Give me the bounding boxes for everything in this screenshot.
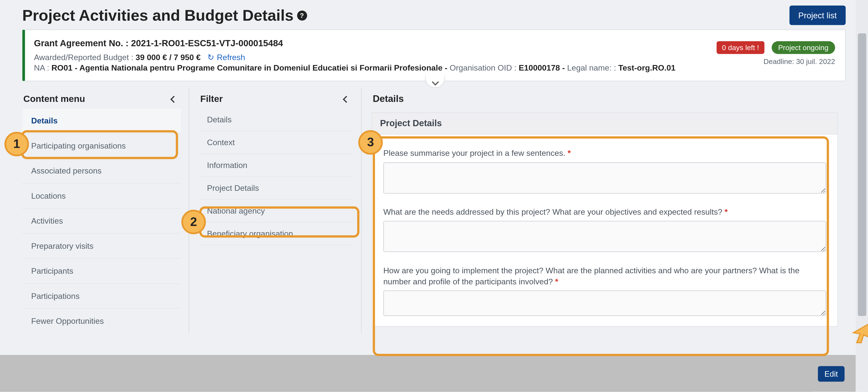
content-menu-header: Content menu	[22, 90, 181, 109]
expand-info-button[interactable]	[425, 76, 445, 88]
required-asterisk: *	[568, 149, 571, 157]
grant-info-card: Grant Agreement No. : 2021-1-RO01-ESC51-…	[22, 29, 846, 81]
details-pane-title: Details	[372, 90, 838, 112]
oid-label: Organisation OID :	[450, 63, 519, 72]
content-menu-item-locations[interactable]: Locations	[22, 184, 181, 208]
filter-item-national-agency[interactable]: National agency	[199, 200, 353, 222]
content-menu-item-participations[interactable]: Participations	[22, 284, 181, 309]
label-needs: What are the needs addressed by this pro…	[383, 207, 826, 218]
content-menu-column: Content menu Details Participating organ…	[22, 88, 189, 333]
footer-bar	[0, 355, 856, 392]
label-implement-text: How are you going to implement the proje…	[383, 266, 799, 286]
legal-name-label: Legal name: :	[567, 63, 618, 72]
grant-label: Grant Agreement No. :	[34, 38, 131, 48]
filter-item-details[interactable]: Details	[199, 109, 353, 131]
content-menu-item-details[interactable]: Details	[22, 109, 181, 133]
filter-column: Filter Details Context Information Proje…	[189, 88, 362, 333]
content-menu-item-fewer-opportunities[interactable]: Fewer Opportunities	[22, 309, 181, 333]
collapse-filter-icon[interactable]	[344, 93, 349, 104]
oid-value: E10000178 -	[519, 63, 567, 72]
form-group-needs: What are the needs addressed by this pro…	[383, 207, 826, 254]
label-summary: Please summarise your project in a few s…	[383, 148, 826, 159]
textarea-needs[interactable]	[383, 221, 826, 252]
label-summary-text: Please summarise your project in a few s…	[383, 149, 565, 157]
filter-item-information[interactable]: Information	[199, 154, 353, 177]
budget-line: Awarded/Reported Budget : 39 000 € / 7 9…	[34, 53, 835, 62]
scrollbar-thumb[interactable]	[858, 33, 866, 316]
label-implement: How are you going to implement the proje…	[383, 265, 826, 287]
content-menu-list: Details Participating organisations Asso…	[22, 109, 181, 333]
collapse-content-menu-icon[interactable]	[172, 93, 176, 104]
filter-title: Filter	[200, 93, 223, 104]
textarea-implement[interactable]	[383, 291, 826, 316]
grant-agreement-line: Grant Agreement No. : 2021-1-RO01-ESC51-…	[34, 38, 835, 49]
project-list-button[interactable]: Project list	[789, 5, 846, 25]
required-asterisk: *	[724, 207, 728, 216]
status-block: 0 days left ! Project ongoing Deadline: …	[716, 41, 835, 66]
content-menu-title: Content menu	[24, 93, 85, 104]
na-label: NA :	[34, 63, 51, 72]
help-icon[interactable]: ?	[297, 10, 307, 20]
annotation-number-1: 1	[4, 132, 29, 156]
svg-marker-0	[854, 324, 868, 343]
main-columns: Content menu Details Participating organ…	[0, 88, 868, 333]
required-asterisk: *	[555, 277, 558, 286]
content-menu-item-activities[interactable]: Activities	[22, 209, 181, 234]
annotation-number-3: 3	[358, 130, 383, 155]
deadline-text: Deadline: 30 juil. 2022	[716, 57, 835, 66]
filter-item-project-details[interactable]: Project Details	[199, 177, 353, 200]
label-needs-text: What are the needs addressed by this pro…	[383, 207, 722, 216]
project-details-section-header: Project Details	[372, 112, 838, 134]
content-menu-item-preparatory-visits[interactable]: Preparatory visits	[22, 234, 181, 259]
filter-list: Details Context Information Project Deta…	[199, 109, 353, 245]
na-value: RO01 - Agentia Nationala pentru Programe…	[51, 63, 450, 72]
textarea-summary[interactable]	[383, 162, 826, 193]
annotation-number-2: 2	[181, 210, 206, 234]
chevron-down-icon	[433, 77, 437, 87]
edit-button[interactable]: Edit	[818, 366, 844, 382]
filter-item-context[interactable]: Context	[199, 131, 353, 154]
grant-number: 2021-1-RO01-ESC51-VTJ-000015484	[131, 38, 283, 48]
budget-value: 39 000 € / 7 950 €	[135, 53, 200, 62]
project-details-form: Please summarise your project in a few s…	[372, 135, 838, 327]
page-title: Project Activities and Budget Details ?	[22, 6, 307, 24]
days-left-badge: 0 days left !	[716, 41, 765, 54]
content-menu-item-associated-persons[interactable]: Associated persons	[22, 159, 181, 184]
form-group-implement: How are you going to implement the proje…	[383, 265, 826, 318]
content-menu-item-participating-organisations[interactable]: Participating organisations	[22, 133, 181, 158]
legal-name-value: Test-org.RO.01	[618, 63, 675, 72]
details-pane: Details Project Details Please summarise…	[362, 88, 846, 333]
page-title-text: Project Activities and Budget Details	[22, 6, 293, 24]
filter-item-beneficiary-organisation[interactable]: Beneficiary organisation	[199, 222, 353, 245]
refresh-text: Refresh	[217, 53, 245, 62]
page-header: Project Activities and Budget Details ? …	[0, 0, 868, 29]
content-menu-item-participants[interactable]: Participants	[22, 259, 181, 284]
refresh-link[interactable]: ↻ Refresh	[208, 53, 245, 62]
budget-label: Awarded/Reported Budget :	[34, 53, 135, 62]
na-line: NA : RO01 - Agentia Nationala pentru Pro…	[34, 63, 835, 72]
arrow-cursor-annotation	[849, 321, 868, 346]
refresh-icon: ↻	[208, 53, 215, 62]
project-status-badge: Project ongoing	[771, 41, 835, 54]
filter-header: Filter	[199, 90, 353, 109]
form-group-summary: Please summarise your project in a few s…	[383, 148, 826, 195]
